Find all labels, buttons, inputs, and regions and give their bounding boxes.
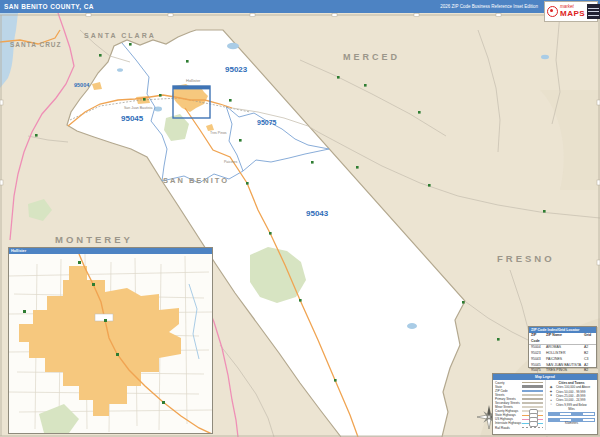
- hollister-inset-map[interactable]: Hollister: [8, 247, 213, 434]
- map-legend: Map Legend County State ZIP Code Streets…: [492, 373, 598, 435]
- city-size-icon: ○: [548, 403, 554, 406]
- col-zip-code: ZIP Code: [531, 333, 546, 344]
- publisher-logo: market MAPS: [544, 1, 598, 22]
- county-label-san-benito: SAN BENITO: [163, 176, 229, 185]
- zip-code-wall-map: { "header": { "title": "SAN BENITO COUNT…: [0, 0, 600, 437]
- inset-map-canvas: [9, 254, 212, 433]
- scale-km-label: Kilometers: [548, 422, 595, 425]
- legend-item: Cities 100,000 and Above: [556, 385, 590, 389]
- county-line-sample: [522, 382, 543, 384]
- interstate-highway-sample: [522, 423, 543, 425]
- city-size-icon: ●: [548, 399, 554, 402]
- zip-line-sample: [522, 390, 543, 392]
- county-label-merced: MERCED: [343, 52, 400, 62]
- zip-index-table: ZIP Code Index/Grid Locator ZIP Code ZIP…: [528, 326, 597, 368]
- county-label-santa-clara: SANTA CLARA: [84, 32, 156, 39]
- zip-label-95023[interactable]: 95023: [225, 65, 248, 74]
- inset-title: Hollister: [9, 249, 26, 253]
- city-label-san-juan-bautista: San Juan Bautista: [124, 106, 152, 110]
- legend-item: Cities 25,000 - 49,999: [556, 394, 585, 398]
- county-highway-sample: [522, 410, 543, 412]
- city-label-paicines: Paicines: [224, 160, 237, 164]
- zip-label-95045[interactable]: 95045: [121, 114, 144, 123]
- streets-sample: [522, 394, 543, 396]
- zip-label-95075[interactable]: 95075: [257, 119, 277, 126]
- title-bar: SAN BENITO COUNTY, CA 2026 ZIP Code Busi…: [0, 0, 600, 13]
- legend-line-symbols: County State ZIP Code Streets Primary St…: [493, 380, 545, 430]
- city-label-tres-pinos: Tres Pinos: [210, 131, 227, 135]
- state-highway-sample: [522, 415, 543, 417]
- logo-swirl-icon: [547, 6, 558, 17]
- map-title: SAN BENITO COUNTY, CA: [0, 3, 94, 10]
- legend-item: Cities 50,000 - 99,999: [556, 390, 585, 394]
- minor-streets-sample: [522, 406, 543, 408]
- legend-item: Cities 10,000 - 24,999: [556, 398, 585, 402]
- legend-item: Cities 9,999 and Below: [556, 403, 587, 407]
- col-grid: Grid: [584, 333, 596, 344]
- primary-streets-sample: [522, 398, 543, 400]
- logo-maps-text: MAPS: [560, 10, 585, 18]
- railroad-sample: [522, 427, 543, 429]
- miles-scale-bar: [548, 412, 595, 417]
- secondary-streets-sample: [522, 402, 543, 404]
- scale-bars: Miles Kilometers: [548, 408, 595, 425]
- zip-index-header-row: ZIP Code ZIP Name Grid: [529, 333, 596, 345]
- us-highway-sample: [522, 419, 543, 421]
- county-label-fresno: FRESNO: [497, 253, 555, 264]
- zip-label-95043[interactable]: 95043: [306, 209, 329, 218]
- zip-label-95004[interactable]: 95004: [74, 82, 90, 88]
- city-label-hollister: Hollister: [186, 78, 201, 83]
- logo-badge: [587, 4, 600, 19]
- legend-cities: Cities and Towns ✦Cities 100,000 and Abo…: [545, 380, 597, 430]
- county-label-santa-cruz: SANTA CRUZ: [10, 41, 62, 48]
- legend-item: Rail Roads: [495, 426, 510, 430]
- county-label-monterey: MONTEREY: [55, 234, 133, 245]
- col-zip-name: ZIP Name: [546, 333, 584, 344]
- state-line-sample: [522, 385, 543, 387]
